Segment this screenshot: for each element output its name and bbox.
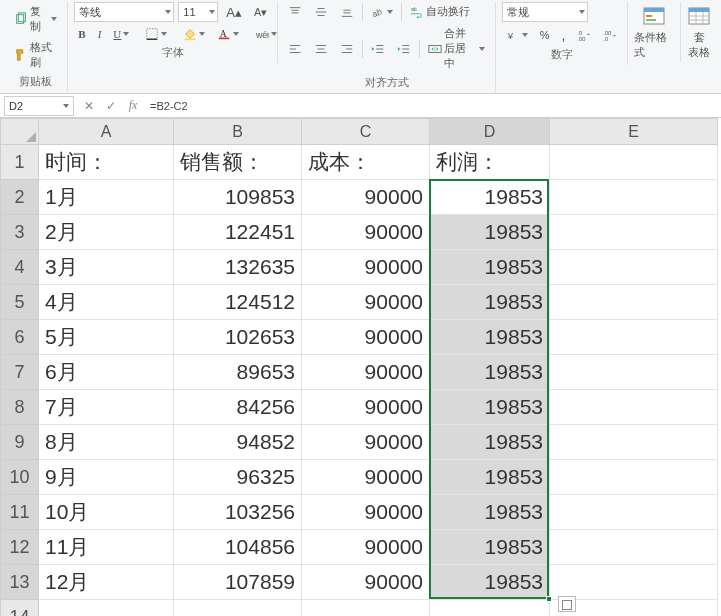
cell-C3[interactable]: 90000	[302, 215, 430, 250]
merge-center-button[interactable]: 合并后居中	[424, 24, 489, 73]
cell-B4[interactable]: 132635	[174, 250, 302, 285]
row-header[interactable]: 11	[1, 495, 39, 530]
cell-A13[interactable]: 12月	[39, 565, 174, 600]
cell-D14[interactable]	[430, 600, 550, 617]
cell-C14[interactable]	[302, 600, 430, 617]
cell-B1[interactable]: 销售额：	[174, 145, 302, 180]
cell-B13[interactable]: 107859	[174, 565, 302, 600]
row-header[interactable]: 6	[1, 320, 39, 355]
cell-E2[interactable]	[550, 180, 718, 215]
cell-B14[interactable]	[174, 600, 302, 617]
cell-B9[interactable]: 94852	[174, 425, 302, 460]
format-painter-button[interactable]: 格式刷	[10, 38, 61, 72]
cell-C12[interactable]: 90000	[302, 530, 430, 565]
cell-C2[interactable]: 90000	[302, 180, 430, 215]
cell-D3[interactable]: 19853	[430, 215, 550, 250]
cell-D2[interactable]: 19853	[430, 180, 550, 215]
cell-B11[interactable]: 103256	[174, 495, 302, 530]
cell-B6[interactable]: 102653	[174, 320, 302, 355]
cell-B7[interactable]: 89653	[174, 355, 302, 390]
cell-C4[interactable]: 90000	[302, 250, 430, 285]
increase-indent-button[interactable]	[393, 40, 415, 58]
align-right-button[interactable]	[336, 40, 358, 58]
cell-A8[interactable]: 7月	[39, 390, 174, 425]
cell-D1[interactable]: 利润：	[430, 145, 550, 180]
decrease-font-button[interactable]: A▾	[250, 4, 271, 21]
cell-B10[interactable]: 96325	[174, 460, 302, 495]
orientation-button[interactable]: ab	[367, 3, 397, 21]
cell-D4[interactable]: 19853	[430, 250, 550, 285]
autofill-options-button[interactable]	[558, 596, 576, 612]
underline-button[interactable]: U	[109, 26, 133, 42]
cell-D7[interactable]: 19853	[430, 355, 550, 390]
cell-A14[interactable]	[39, 600, 174, 617]
cell-D13[interactable]: 19853	[430, 565, 550, 600]
cell-E12[interactable]	[550, 530, 718, 565]
decrease-decimal-button[interactable]: .00.0	[599, 26, 621, 44]
cell-B3[interactable]: 122451	[174, 215, 302, 250]
cell-B8[interactable]: 84256	[174, 390, 302, 425]
cell-E9[interactable]	[550, 425, 718, 460]
percent-button[interactable]: %	[536, 27, 554, 43]
row-header[interactable]: 2	[1, 180, 39, 215]
cell-E13[interactable]	[550, 565, 718, 600]
comma-button[interactable]: ,	[558, 25, 570, 45]
cell-D6[interactable]: 19853	[430, 320, 550, 355]
cell-E8[interactable]	[550, 390, 718, 425]
cell-C11[interactable]: 90000	[302, 495, 430, 530]
fx-button[interactable]: fx	[122, 98, 144, 113]
row-header[interactable]: 10	[1, 460, 39, 495]
cell-D11[interactable]: 19853	[430, 495, 550, 530]
decrease-indent-button[interactable]	[367, 40, 389, 58]
cell-D10[interactable]: 19853	[430, 460, 550, 495]
font-color-button[interactable]: A	[213, 25, 243, 43]
cell-A5[interactable]: 4月	[39, 285, 174, 320]
increase-decimal-button[interactable]: .0.00	[573, 26, 595, 44]
row-header[interactable]: 4	[1, 250, 39, 285]
cell-C5[interactable]: 90000	[302, 285, 430, 320]
cell-A7[interactable]: 6月	[39, 355, 174, 390]
border-button[interactable]	[141, 25, 171, 43]
cell-C1[interactable]: 成本：	[302, 145, 430, 180]
column-header-D[interactable]: D	[430, 119, 550, 145]
italic-button[interactable]: I	[94, 26, 106, 42]
row-header[interactable]: 13	[1, 565, 39, 600]
cell-E11[interactable]	[550, 495, 718, 530]
cell-C9[interactable]: 90000	[302, 425, 430, 460]
cell-A10[interactable]: 9月	[39, 460, 174, 495]
cell-A12[interactable]: 11月	[39, 530, 174, 565]
align-top-button[interactable]	[284, 3, 306, 21]
cell-E4[interactable]	[550, 250, 718, 285]
row-header[interactable]: 3	[1, 215, 39, 250]
conditional-format-button[interactable]: 条件格式	[628, 2, 681, 62]
row-header[interactable]: 5	[1, 285, 39, 320]
row-header[interactable]: 7	[1, 355, 39, 390]
fill-color-button[interactable]	[179, 25, 209, 43]
row-header[interactable]: 1	[1, 145, 39, 180]
row-header[interactable]: 12	[1, 530, 39, 565]
cell-E3[interactable]	[550, 215, 718, 250]
cell-C7[interactable]: 90000	[302, 355, 430, 390]
cell-A1[interactable]: 时间：	[39, 145, 174, 180]
cell-C13[interactable]: 90000	[302, 565, 430, 600]
cell-D8[interactable]: 19853	[430, 390, 550, 425]
cell-E1[interactable]	[550, 145, 718, 180]
cell-D12[interactable]: 19853	[430, 530, 550, 565]
cell-A9[interactable]: 8月	[39, 425, 174, 460]
cell-B5[interactable]: 124512	[174, 285, 302, 320]
cell-C10[interactable]: 90000	[302, 460, 430, 495]
font-size-select[interactable]: 11	[178, 2, 218, 22]
cell-E10[interactable]	[550, 460, 718, 495]
cell-C6[interactable]: 90000	[302, 320, 430, 355]
row-header[interactable]: 9	[1, 425, 39, 460]
currency-button[interactable]: ¥	[502, 26, 532, 44]
cell-B12[interactable]: 104856	[174, 530, 302, 565]
align-middle-button[interactable]	[310, 3, 332, 21]
row-header[interactable]: 8	[1, 390, 39, 425]
cell-D5[interactable]: 19853	[430, 285, 550, 320]
align-left-button[interactable]	[284, 40, 306, 58]
formula-input[interactable]: =B2-C2	[144, 100, 721, 112]
phonetic-button[interactable]: wén	[251, 25, 281, 43]
copy-button[interactable]: 复制	[10, 2, 61, 36]
confirm-formula-button[interactable]: ✓	[100, 99, 122, 113]
